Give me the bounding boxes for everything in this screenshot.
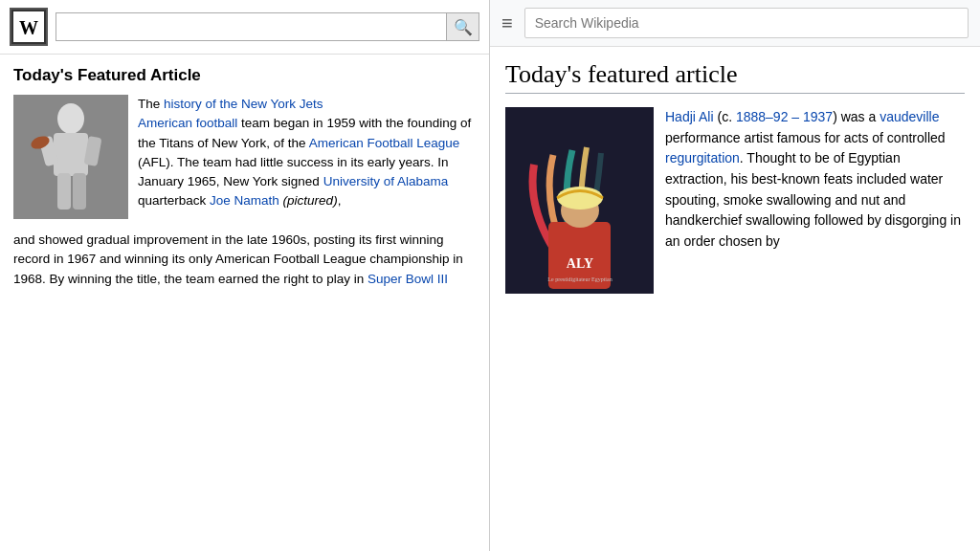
left-link-alabama[interactable]: University of Alabama (323, 174, 449, 188)
svg-rect-4 (54, 133, 88, 176)
left-article-heading: Today's Featured Article (13, 66, 476, 85)
svg-text:Le prestidigitateur Egyptian: Le prestidigitateur Egyptian (547, 276, 612, 282)
wiki-logo-left: W (10, 8, 48, 46)
left-text3: quarterback (138, 193, 210, 208)
left-link-namath[interactable]: Joe Namath (210, 193, 279, 208)
right-search-input[interactable] (524, 8, 969, 38)
right-link-vaudeville[interactable]: vaudeville (880, 109, 939, 124)
right-article-heading: Today's featured article (505, 60, 965, 94)
left-text-full: and showed gradual improvement in the la… (13, 231, 476, 289)
svg-text:W: W (19, 17, 38, 38)
svg-text:ALY: ALY (567, 256, 593, 271)
left-link-jets[interactable]: history of the New York Jets (164, 97, 323, 111)
search-icon: 🔍 (454, 18, 473, 36)
svg-rect-8 (73, 173, 86, 209)
left-text-float: The history of the New York Jets America… (138, 95, 476, 219)
left-float-section: The history of the New York Jets America… (13, 95, 476, 219)
left-article-image (13, 95, 128, 219)
right-text3: performance artist famous for acts of co… (665, 130, 946, 145)
right-article-body: ALY Le prestidigitateur Egyptian Hadji A… (505, 107, 965, 301)
left-search-button[interactable]: 🔍 (447, 12, 479, 41)
right-article-image: ALY Le prestidigitateur Egyptian (505, 107, 654, 294)
hamburger-menu-icon[interactable]: ≡ (501, 12, 513, 34)
left-header: W 🔍 (0, 0, 489, 55)
right-text1: (c. (714, 109, 736, 124)
svg-point-3 (57, 103, 84, 134)
right-header: ≡ (490, 0, 980, 47)
left-article-body: The history of the New York Jets America… (13, 95, 476, 289)
right-link-hadji[interactable]: Hadji Ali (665, 109, 714, 124)
left-content: Today's Featured Article (0, 55, 489, 551)
right-content: Today's featured article (490, 47, 980, 551)
left-panel: W 🔍 Today's Featured Article (0, 0, 490, 551)
left-link-afl[interactable]: American Football League (309, 136, 460, 150)
right-text2: ) was a (833, 109, 880, 124)
right-link-dates[interactable]: 1888–92 – 1937 (736, 109, 833, 124)
left-intro-text: The (138, 97, 164, 111)
svg-rect-7 (57, 173, 71, 209)
right-link-regurgitation[interactable]: regurgitation (665, 150, 740, 165)
left-search-input[interactable] (56, 12, 447, 41)
right-float-section: ALY Le prestidigitateur Egyptian Hadji A… (505, 107, 965, 294)
left-text4: (pictured), (279, 193, 342, 208)
right-panel: ≡ Today's featured article (490, 0, 980, 551)
left-link-superbowl[interactable]: Super Bowl III (368, 272, 448, 286)
right-text-float: Hadji Ali (c. 1888–92 – 1937) was a vaud… (665, 107, 965, 294)
left-link-football[interactable]: American football (138, 116, 237, 130)
